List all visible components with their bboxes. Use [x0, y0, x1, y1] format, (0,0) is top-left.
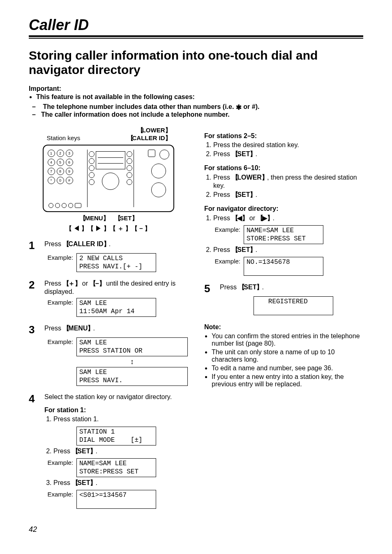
st610-1: Press LOWER, then press the desired stat…	[213, 173, 363, 189]
nav-1: Press ◀ or ▶.	[213, 214, 363, 223]
keypad: 1 2 3 4 5 6 7 8 9 * 0 #	[48, 150, 73, 184]
plus-key: ＋	[63, 280, 80, 287]
set-key: SET	[72, 479, 95, 486]
nav-icons-label: 【 ◀ 】【 ▶ 】【 ＋ 】【 − 】	[43, 225, 174, 233]
st1-1: Press station 1.	[53, 416, 188, 423]
menu-key-label: MENU	[80, 215, 108, 222]
st1-2: Press SET.	[53, 447, 188, 456]
kp-hash: #	[66, 177, 73, 184]
device-box: 1 2 3 4 5 6 7 8 9 * 0 #	[43, 145, 174, 212]
nav-2: Press SET.	[213, 246, 363, 254]
example-label: Example:	[212, 226, 240, 233]
for-nav-dir: For navigator directory:	[204, 205, 363, 212]
kp-7: 7	[48, 168, 55, 175]
important-label: Important:	[29, 85, 363, 92]
bottom-buttons	[48, 203, 81, 208]
step-5-num: 5	[204, 283, 215, 294]
step-4-text: Select the station key or navigator dire…	[44, 393, 188, 401]
callerid-button	[159, 150, 169, 159]
note-head: Note:	[204, 323, 363, 331]
display-s3a: SAM LEE PRESS STATION OR	[76, 337, 188, 356]
updown-icon: ↕	[76, 358, 188, 365]
example-label: Example:	[45, 254, 73, 261]
display-s5: REGISTERED	[254, 296, 333, 315]
lower-key: LOWER	[232, 174, 267, 181]
kp-5: 5	[57, 159, 64, 166]
for-stations-2-5: For stations 2–5:	[204, 132, 363, 140]
callerid-key: CALLER ID	[63, 240, 108, 247]
step-4-num: 4	[29, 393, 39, 404]
lower-key-label: LOWER	[137, 127, 170, 134]
menu-key: MENU	[63, 325, 93, 332]
device-screen	[96, 151, 125, 169]
st610-2: Press SET.	[213, 191, 363, 199]
set-key-label: SET	[115, 215, 136, 222]
display-s1: 2 NEW CALLS PRESS NAVI.[+ -]	[76, 253, 156, 272]
star-icon: ✱	[236, 104, 242, 111]
device-diagram: LOWER Station keys CALLER ID 1 2 3 4 5 6…	[43, 127, 174, 233]
set-key: SET	[232, 246, 255, 253]
right-column: For stations 2–5: Press the desired stat…	[204, 127, 363, 389]
lower-button	[148, 150, 155, 157]
important-dash-2: The caller information does not include …	[41, 111, 363, 118]
callerid-key-label: CALLER ID	[127, 134, 170, 141]
set-key: SET	[232, 191, 255, 198]
example-label: Example:	[45, 459, 73, 466]
kp-0: 0	[57, 177, 64, 184]
display-s2: SAM LEE 11:50AM Apr 14	[76, 298, 156, 317]
nav-pad	[102, 173, 119, 190]
section-title: Caller ID	[29, 16, 363, 34]
display-nav-1: NAME=SAM LEE STORE:PRESS SET	[244, 225, 323, 244]
example-label: Example:	[45, 491, 73, 498]
display-s4c: <S01>=134567	[76, 490, 156, 509]
st25-2: Press SET.	[213, 150, 363, 159]
left-key: ◀	[232, 215, 247, 222]
example-label: Example:	[212, 258, 240, 265]
kp-9: 9	[66, 168, 73, 175]
minus-key: −	[90, 280, 104, 287]
important-dash-1: The telephone number includes data other…	[41, 102, 363, 111]
step-2-num: 2	[29, 279, 39, 290]
page-number: 42	[29, 525, 363, 534]
kp-1: 1	[48, 150, 55, 157]
step-1-num: 1	[29, 240, 39, 251]
for-stations-6-10: For stations 6–10:	[204, 164, 363, 172]
step-3-num: 3	[29, 324, 39, 335]
kp-3: 3	[66, 150, 73, 157]
large-button-2	[151, 182, 166, 197]
left-column: LOWER Station keys CALLER ID 1 2 3 4 5 6…	[29, 127, 188, 509]
divider-thick	[29, 35, 363, 37]
set-key: SET	[72, 448, 95, 455]
note-2: The unit can only store a name of up to …	[212, 349, 363, 363]
note-4: If you enter a new entry into a station …	[212, 373, 363, 388]
st25-1: Press the desired station key.	[213, 141, 363, 149]
important-bullet: This feature is not available in the fol…	[36, 93, 363, 101]
page-heading: Storing caller information into one-touc…	[29, 48, 363, 77]
display-s3b: SAM LEE PRESS NAVI.	[76, 367, 188, 386]
set-key: SET	[238, 284, 262, 291]
note-3: To edit a name and number, see page 36.	[212, 365, 363, 372]
kp-4: 4	[48, 159, 55, 166]
display-s4a: STATION 1 DIAL MODE [±]	[76, 427, 156, 446]
right-key: ▶	[257, 215, 272, 222]
display-nav-2: NO.=1345678	[244, 257, 323, 276]
note-1: You can confirm the stored entries in th…	[212, 332, 363, 347]
large-button-1	[151, 164, 166, 178]
for-station-1: For station 1:	[44, 406, 188, 414]
example-label: Example:	[45, 299, 73, 306]
display-s4b: NAME=SAM LEE STORE:PRESS SET	[76, 458, 156, 477]
kp-6: 6	[66, 159, 73, 166]
example-label: Example:	[45, 338, 73, 345]
kp-star: *	[48, 177, 55, 184]
station-keys-label: Station keys	[47, 134, 81, 142]
kp-2: 2	[57, 150, 64, 157]
st1-3: Press SET.	[53, 479, 188, 487]
set-key: SET	[232, 150, 255, 157]
divider-thin	[29, 38, 363, 39]
kp-8: 8	[57, 168, 64, 175]
